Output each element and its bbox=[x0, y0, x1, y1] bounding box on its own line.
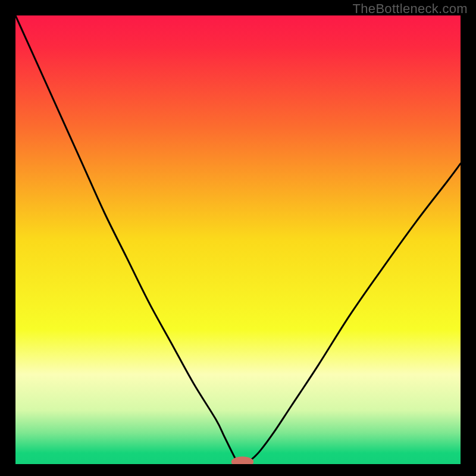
plot-background bbox=[15, 15, 461, 464]
bottleneck-chart bbox=[0, 0, 476, 476]
optimal-marker bbox=[231, 456, 253, 467]
chart-frame: TheBottleneck.com bbox=[0, 0, 476, 476]
watermark-text: TheBottleneck.com bbox=[353, 1, 468, 17]
